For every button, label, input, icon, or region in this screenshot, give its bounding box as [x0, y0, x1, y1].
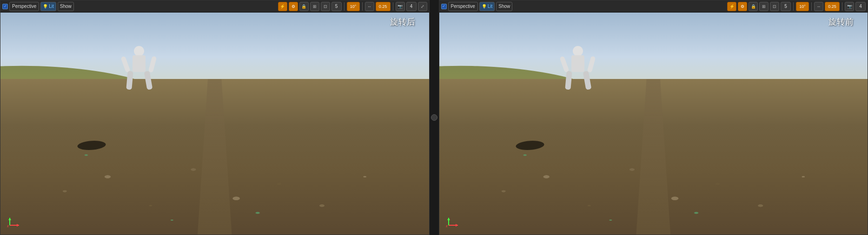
- left-sep2: [362, 2, 363, 11]
- left-viewport-canvas[interactable]: 旋转后 z: [0, 13, 429, 235]
- left-char-head: [134, 46, 144, 56]
- right-char-arm-left: [559, 56, 569, 72]
- left-char-torso: [133, 55, 146, 72]
- left-viewport: Perspective 💡 Lit Show ⚡ ⚙ 🔒 ⊞ ⊡ 5 10° ↔…: [0, 0, 430, 235]
- right-lit-icon: 💡: [482, 4, 487, 9]
- left-char-arm-left: [120, 56, 130, 72]
- left-lit-btn[interactable]: 💡 Lit: [40, 2, 56, 11]
- right-show-btn[interactable]: Show: [496, 2, 512, 11]
- right-sep3: [842, 2, 842, 11]
- left-settings-btn[interactable]: ⚙: [289, 2, 298, 11]
- right-sep1: [793, 2, 794, 11]
- right-toolbar: Perspective 💡 Lit Show ⚡ ⚙ 🔒 ⊞ ⊡ 5 10° ↔…: [439, 0, 868, 13]
- left-grid-num-btn[interactable]: 5: [331, 2, 342, 11]
- left-realtime-btn[interactable]: ⚡: [278, 2, 287, 11]
- left-move-snap-icon[interactable]: ↔: [365, 2, 374, 11]
- right-char-arm-right: [587, 56, 596, 72]
- right-angle-value: 10°: [799, 4, 806, 9]
- right-lit-btn[interactable]: 💡 Lit: [479, 2, 495, 11]
- left-angle-value: 10°: [350, 4, 357, 9]
- right-viewport: Perspective 💡 Lit Show ⚡ ⚙ 🔒 ⊞ ⊡ 5 10° ↔…: [439, 0, 868, 235]
- right-cam-num[interactable]: 4: [855, 2, 866, 11]
- left-camera-icon[interactable]: 📷: [396, 2, 405, 11]
- left-char-leg-left: [126, 71, 133, 90]
- left-axis-indicator: z: [6, 214, 21, 229]
- left-viewport-toggle[interactable]: [2, 4, 8, 9]
- right-char-head: [573, 46, 583, 56]
- left-sep1: [344, 2, 345, 11]
- right-angle-btn[interactable]: 10°: [796, 2, 809, 11]
- right-char-leg-right: [583, 71, 591, 90]
- right-camera-icon[interactable]: 📷: [845, 2, 854, 11]
- left-maximize-btn[interactable]: ⤢: [418, 2, 427, 11]
- right-snap-value: 0.25: [828, 4, 836, 9]
- left-char-arm-right: [148, 56, 157, 72]
- right-axis-indicator: z: [445, 214, 460, 229]
- divider-panel: [430, 0, 439, 235]
- right-realtime-btn[interactable]: ⚡: [727, 2, 736, 11]
- svg-marker-2: [17, 224, 19, 227]
- left-angle-btn[interactable]: 10°: [347, 2, 360, 11]
- left-perspective-btn[interactable]: Perspective: [9, 2, 39, 11]
- svg-marker-8: [447, 218, 450, 220]
- right-viewport-canvas[interactable]: 旋转前 z: [439, 13, 868, 235]
- left-show-label: Show: [60, 4, 72, 9]
- svg-marker-7: [456, 224, 458, 227]
- svg-marker-3: [8, 218, 11, 220]
- right-snap-btn[interactable]: ⊡: [770, 2, 779, 11]
- right-viewport-toggle[interactable]: [441, 4, 447, 9]
- right-grid-num-btn[interactable]: 5: [781, 2, 791, 11]
- svg-text:z: z: [446, 224, 448, 228]
- left-character: [120, 46, 158, 120]
- left-lit-label: Lit: [49, 4, 54, 9]
- left-sep3: [393, 2, 393, 11]
- right-character: [559, 46, 596, 120]
- right-snap-value-btn[interactable]: 0.25: [825, 2, 840, 11]
- divider-circle[interactable]: [431, 114, 437, 121]
- right-char-torso: [571, 55, 584, 72]
- right-settings-btn[interactable]: ⚙: [738, 2, 747, 11]
- left-toolbar: Perspective 💡 Lit Show ⚡ ⚙ 🔒 ⊞ ⊡ 5 10° ↔…: [0, 0, 429, 13]
- right-show-label: Show: [498, 4, 510, 9]
- right-sep2: [811, 2, 812, 11]
- left-grid-value: 4: [410, 4, 413, 9]
- right-char-leg-left: [565, 71, 572, 90]
- left-cam-num[interactable]: 4: [406, 2, 417, 11]
- left-char-leg-right: [144, 71, 153, 90]
- right-grid-value: 4: [859, 4, 862, 9]
- left-show-btn[interactable]: Show: [58, 2, 74, 11]
- left-snap-btn[interactable]: ⊡: [321, 2, 330, 11]
- right-perspective-btn[interactable]: Perspective: [448, 2, 478, 11]
- left-grid-btn[interactable]: ⊞: [310, 2, 319, 11]
- right-lock-btn[interactable]: 🔒: [749, 2, 758, 11]
- right-grid-btn[interactable]: ⊞: [759, 2, 769, 11]
- lit-icon: 💡: [43, 4, 48, 9]
- left-snap-value-btn[interactable]: 0.25: [376, 2, 391, 11]
- left-snap-value: 0.25: [379, 4, 387, 9]
- right-lit-label: Lit: [488, 4, 493, 9]
- left-lock-btn[interactable]: 🔒: [299, 2, 309, 11]
- svg-text:z: z: [7, 224, 9, 228]
- right-move-snap-icon[interactable]: ↔: [814, 2, 823, 11]
- right-perspective-label: Perspective: [451, 4, 475, 9]
- left-perspective-label: Perspective: [12, 4, 36, 9]
